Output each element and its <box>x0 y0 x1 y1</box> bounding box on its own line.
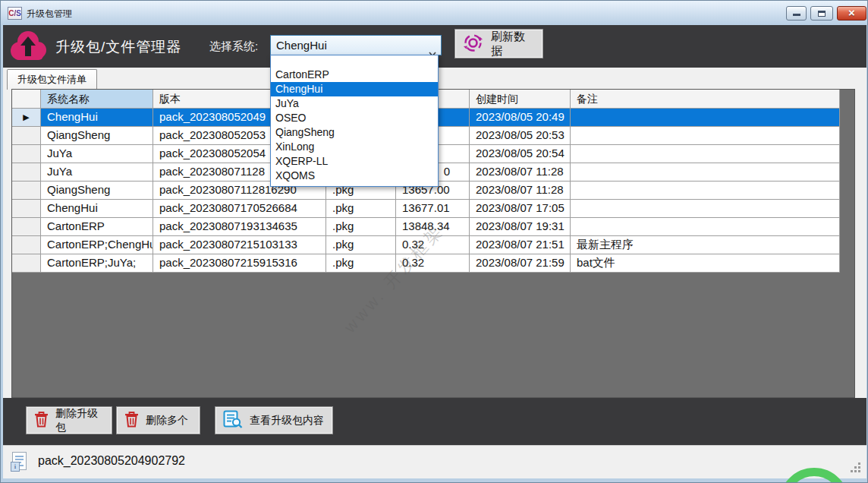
column-header[interactable]: 系统名称 <box>41 90 153 109</box>
table-cell[interactable]: .pkg <box>326 200 396 218</box>
row-header-cell[interactable] <box>12 218 41 236</box>
row-header-cell[interactable] <box>12 145 41 163</box>
view-package-content-button[interactable]: 查看升级包内容 <box>215 406 333 434</box>
column-header[interactable]: 备注 <box>571 90 840 109</box>
table-cell[interactable] <box>571 127 840 145</box>
table-row[interactable]: CartonERPpack_20230807193134635.pkg13848… <box>12 218 854 236</box>
system-dropdown-list: CartonERPChengHuiJuYaOSEOQiangShengXinLo… <box>270 55 439 187</box>
dropdown-option[interactable]: XQERP-LL <box>271 154 438 169</box>
table-cell[interactable]: CartonERP <box>41 218 153 236</box>
table-cell[interactable]: pack_20230807193134635 <box>153 218 326 236</box>
action-bar: 删除升级包 删除多个 <box>3 398 866 445</box>
table-cell[interactable] <box>571 200 840 218</box>
table-cell[interactable]: pack_20230807170526684 <box>153 200 326 218</box>
trash-icon <box>34 411 49 430</box>
client-area: 升级包/文件管理器 选择系统: ChengHui 刷新数据 <box>3 25 866 478</box>
table-row[interactable]: CartonERP;ChengHu...pack_202308072151031… <box>12 236 854 254</box>
dropdown-option[interactable]: QiangSheng <box>271 125 438 140</box>
dropdown-option[interactable]: OSEO <box>271 111 438 125</box>
maximize-button[interactable] <box>810 6 833 21</box>
title-bar[interactable]: C/S 升级包管理 × <box>1 1 867 25</box>
row-header-cell[interactable] <box>12 127 41 145</box>
table-cell[interactable]: 2023/08/05 20:54 <box>470 145 571 163</box>
table-cell[interactable] <box>571 182 840 200</box>
table-cell[interactable]: 13677.01 <box>396 200 470 218</box>
view-package-content-label: 查看升级包内容 <box>250 414 324 428</box>
table-cell[interactable] <box>571 163 840 182</box>
table-cell[interactable]: 最新主程序 <box>571 236 840 254</box>
app-icon: C/S <box>8 7 22 20</box>
table-cell[interactable]: 13848.34 <box>396 218 470 236</box>
close-button[interactable]: × <box>837 6 866 21</box>
column-header[interactable]: 创建时间 <box>470 90 571 109</box>
row-header-cell[interactable] <box>12 163 41 182</box>
selected-package-name: pack_20230805204902792 <box>38 454 185 468</box>
app-title: 升级包/文件管理器 <box>55 37 181 57</box>
status-bar: i pack_20230805204902792 <box>3 445 866 478</box>
dropdown-option[interactable]: CartonERP <box>271 68 438 82</box>
dropdown-option[interactable] <box>271 57 438 68</box>
table-cell[interactable]: CartonERP;ChengHu... <box>41 236 153 254</box>
dropdown-option[interactable]: ChengHui <box>271 82 438 96</box>
refresh-gear-icon <box>463 33 483 55</box>
table-cell[interactable]: 2023/08/07 17:05 <box>470 200 571 218</box>
tab-upgrade-file-list[interactable]: 升级包文件清单 <box>7 69 97 90</box>
package-file-icon: i <box>11 452 29 473</box>
refresh-button-label: 刷新数据 <box>491 30 535 58</box>
minimize-icon <box>793 14 800 16</box>
row-header-cell[interactable] <box>12 182 41 200</box>
table-cell[interactable] <box>571 218 840 236</box>
table-cell[interactable]: .pkg <box>326 236 396 254</box>
table-cell[interactable]: 0.32 <box>396 254 470 273</box>
table-cell[interactable]: pack_20230807215915316 <box>153 254 326 273</box>
delete-multiple-label: 删除多个 <box>146 414 188 428</box>
maximize-icon <box>818 11 826 17</box>
trash-icon <box>124 411 139 430</box>
grid-corner-cell[interactable] <box>12 90 41 109</box>
app-window: C/S 升级包管理 × 升级包/文件管理器 选择系统: <box>0 0 868 483</box>
table-cell[interactable]: JuYa <box>41 163 153 182</box>
table-cell[interactable]: ChengHui <box>41 200 153 218</box>
row-header-cell[interactable] <box>12 254 41 273</box>
row-header-cell[interactable]: ▶ <box>12 109 41 127</box>
view-content-icon <box>223 410 243 431</box>
table-row[interactable]: ChengHuipack_20230807170526684.pkg13677.… <box>12 200 854 218</box>
table-cell[interactable]: .pkg <box>326 254 396 273</box>
row-header-cell[interactable] <box>12 200 41 218</box>
minimize-button[interactable] <box>786 6 807 21</box>
table-cell[interactable]: QiangSheng <box>41 182 153 200</box>
dropdown-option[interactable]: JuYa <box>271 96 438 111</box>
select-system-label: 选择系统: <box>209 39 258 54</box>
table-cell[interactable]: JuYa <box>41 145 153 163</box>
table-cell[interactable] <box>571 109 840 127</box>
table-cell[interactable] <box>571 145 840 163</box>
delete-package-label: 删除升级包 <box>55 407 104 434</box>
table-cell[interactable]: 2023/08/05 20:53 <box>470 127 571 145</box>
system-combobox-value: ChengHui <box>276 39 327 52</box>
table-cell[interactable]: ChengHui <box>41 109 153 127</box>
system-combobox[interactable]: ChengHui <box>270 35 442 55</box>
delete-package-button[interactable]: 删除升级包 <box>26 406 112 434</box>
table-cell[interactable]: bat文件 <box>571 254 840 273</box>
window-title: 升级包管理 <box>27 8 72 21</box>
resize-grip[interactable] <box>851 462 861 473</box>
table-cell[interactable]: 2023/08/07 11:28 <box>470 163 571 182</box>
row-header-cell[interactable] <box>12 236 41 254</box>
table-row[interactable]: CartonERP;JuYa;pack_20230807215915316.pk… <box>12 254 854 273</box>
refresh-data-button[interactable]: 刷新数据 <box>454 29 543 58</box>
table-cell[interactable]: 2023/08/07 19:31 <box>470 218 571 236</box>
table-cell[interactable]: 2023/08/07 11:28 <box>470 182 571 200</box>
table-cell[interactable]: 2023/08/05 20:49 <box>470 109 571 127</box>
table-cell[interactable]: 2023/08/07 21:51 <box>470 236 571 254</box>
table-cell[interactable]: QiangSheng <box>41 127 153 145</box>
table-cell[interactable]: CartonERP;JuYa; <box>41 254 153 273</box>
dropdown-option[interactable]: XinLong <box>271 140 438 154</box>
dropdown-option[interactable]: XQOMS <box>271 169 438 183</box>
delete-multiple-button[interactable]: 删除多个 <box>116 406 200 434</box>
table-cell[interactable]: pack_20230807215103133 <box>153 236 326 254</box>
table-cell[interactable]: .pkg <box>326 218 396 236</box>
table-cell[interactable]: 0.32 <box>396 236 470 254</box>
upload-cloud-icon <box>8 27 49 70</box>
current-row-arrow-icon: ▶ <box>12 109 40 126</box>
table-cell[interactable]: 2023/08/07 21:59 <box>470 254 571 273</box>
